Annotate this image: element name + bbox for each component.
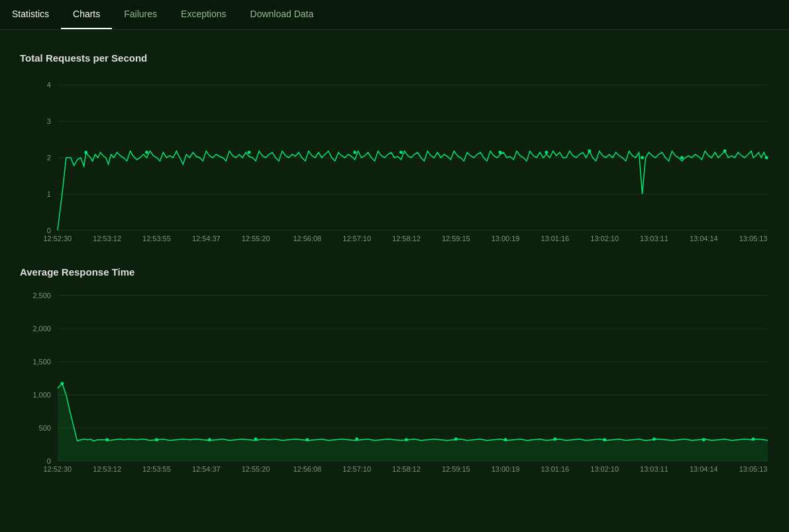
chart-art-dot — [603, 438, 606, 441]
svg-text:2: 2 — [47, 154, 51, 162]
svg-text:13:04:14: 13:04:14 — [690, 465, 718, 473]
nav-item-download-data[interactable]: Download Data — [238, 0, 326, 29]
chart-rps-line — [58, 151, 766, 231]
svg-text:12:57:10: 12:57:10 — [342, 465, 371, 473]
svg-text:12:53:12: 12:53:12 — [93, 465, 121, 473]
svg-text:12:53:55: 12:53:55 — [142, 465, 171, 473]
svg-text:12:58:12: 12:58:12 — [392, 465, 421, 473]
svg-text:13:03:11: 13:03:11 — [640, 465, 668, 473]
svg-text:1,500: 1,500 — [32, 358, 50, 366]
chart-art-dot — [254, 437, 258, 441]
chart-art-dot — [702, 438, 706, 441]
chart-art-dot — [155, 438, 158, 441]
svg-text:4: 4 — [47, 81, 51, 89]
chart-rps-dot — [145, 151, 148, 154]
charts-wrapper: Total Requests per Second 0 1 2 3 4 12:5… — [0, 30, 789, 498]
svg-text:13:00:19: 13:00:19 — [492, 235, 520, 242]
svg-text:13:02:10: 13:02:10 — [590, 465, 619, 473]
chart-rps-dot — [680, 156, 684, 160]
svg-text:12:52:30: 12:52:30 — [43, 465, 72, 473]
chart-art-area: 0 500 1,000 1,500 2,000 2,500 12:52:30 1… — [15, 286, 774, 478]
chart-rps-area: 0 1 2 3 4 12:52:30 12:53:12 12:53:55 12:… — [15, 72, 774, 244]
chart-art-dot — [752, 437, 755, 441]
svg-text:13:02:10: 13:02:10 — [590, 235, 619, 242]
svg-text:13:04:14: 13:04:14 — [690, 235, 718, 242]
chart-rps-title: Total Requests per Second — [15, 52, 774, 64]
svg-text:13:01:16: 13:01:16 — [541, 235, 570, 242]
svg-text:0: 0 — [47, 457, 51, 465]
chart-rps-dot — [588, 150, 591, 153]
chart-art-dot — [405, 438, 408, 441]
chart-art-dot — [208, 438, 211, 441]
svg-text:2,500: 2,500 — [32, 292, 50, 299]
chart-art-title: Average Response Time — [15, 266, 774, 278]
svg-text:1: 1 — [47, 190, 51, 198]
svg-text:2,000: 2,000 — [32, 325, 50, 333]
chart-art-dot — [653, 437, 656, 441]
chart-rps-dot — [248, 151, 251, 154]
nav-item-exceptions[interactable]: Exceptions — [169, 0, 238, 29]
chart-rps-dot — [723, 150, 727, 153]
svg-text:12:59:15: 12:59:15 — [442, 235, 470, 242]
nav-item-statistics[interactable]: Statistics — [0, 0, 61, 29]
chart-art-section: Average Response Time 0 500 1,000 1,500 … — [8, 257, 781, 484]
svg-text:12:56:08: 12:56:08 — [293, 235, 321, 242]
chart-rps-svg: 0 1 2 3 4 12:52:30 12:53:12 12:53:55 12:… — [15, 72, 774, 244]
svg-text:12:57:10: 12:57:10 — [342, 235, 371, 242]
svg-text:12:54:37: 12:54:37 — [192, 465, 221, 473]
chart-art-dot — [504, 438, 507, 441]
svg-text:500: 500 — [39, 424, 51, 432]
chart-art-dot — [355, 437, 358, 441]
chart-rps-dot — [399, 151, 403, 154]
chart-rps-dot — [641, 156, 644, 160]
svg-text:12:54:37: 12:54:37 — [192, 235, 221, 242]
svg-text:1,000: 1,000 — [32, 391, 50, 399]
chart-rps-section: Total Requests per Second 0 1 2 3 4 12:5… — [8, 43, 781, 250]
chart-rps-dot — [353, 151, 356, 154]
chart-art-dot — [454, 437, 458, 441]
navigation: Statistics Charts Failures Exceptions Do… — [0, 0, 789, 30]
svg-text:0: 0 — [47, 227, 51, 235]
svg-text:3: 3 — [47, 117, 51, 125]
svg-text:13:05:13: 13:05:13 — [739, 235, 768, 242]
chart-art-svg: 0 500 1,000 1,500 2,000 2,500 12:52:30 1… — [15, 286, 774, 478]
svg-text:12:59:15: 12:59:15 — [442, 465, 470, 473]
chart-art-line — [58, 384, 768, 441]
svg-text:12:58:12: 12:58:12 — [392, 235, 421, 242]
svg-text:12:56:08: 12:56:08 — [293, 465, 321, 473]
chart-art-dot — [305, 438, 309, 441]
svg-text:12:53:12: 12:53:12 — [93, 235, 121, 242]
chart-art-dot — [60, 382, 64, 385]
chart-rps-dot — [545, 151, 548, 154]
svg-text:12:55:20: 12:55:20 — [242, 465, 270, 473]
svg-text:13:00:19: 13:00:19 — [492, 465, 520, 473]
svg-text:13:01:16: 13:01:16 — [541, 465, 570, 473]
chart-rps-dot — [84, 151, 87, 154]
chart-rps-dot — [765, 156, 768, 160]
chart-art-dot — [105, 438, 109, 441]
chart-rps-dot — [499, 151, 502, 154]
svg-text:12:53:55: 12:53:55 — [142, 235, 171, 242]
svg-text:13:03:11: 13:03:11 — [640, 235, 668, 242]
chart-art-dot — [553, 437, 556, 441]
svg-text:12:55:20: 12:55:20 — [242, 235, 270, 242]
chart-art-fill — [58, 384, 768, 461]
svg-text:13:05:13: 13:05:13 — [739, 465, 768, 473]
svg-text:12:52:30: 12:52:30 — [43, 235, 72, 242]
nav-item-charts[interactable]: Charts — [61, 0, 112, 29]
nav-item-failures[interactable]: Failures — [112, 0, 169, 29]
